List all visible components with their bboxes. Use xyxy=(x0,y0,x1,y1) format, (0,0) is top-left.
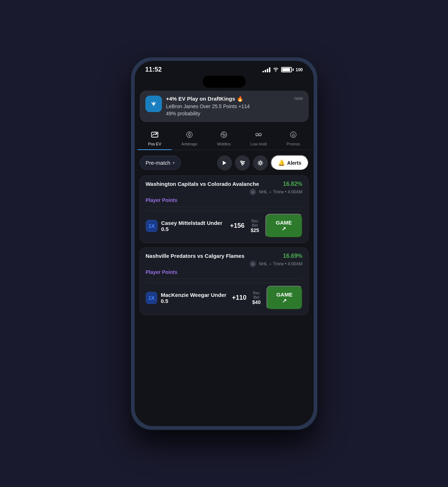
nav-tabs: Pos EV Arbitrage xyxy=(135,126,314,150)
bet-card-2-rec-bet: Rec Bet $40 xyxy=(250,291,263,305)
sportsbook-1x-icon-2: 1X xyxy=(146,292,158,304)
phone-wrapper: 11:52 xyxy=(131,57,317,430)
play-button[interactable] xyxy=(217,155,232,170)
arbitrage-icon xyxy=(186,131,193,140)
notification-banner[interactable]: +4% EV Play on DraftKings 🔥 LeBron James… xyxy=(140,91,309,122)
svg-point-18 xyxy=(242,164,243,165)
bet-card-1-header: Washington Capitals vs Colorado Avalanch… xyxy=(146,181,303,187)
battery-label: 100 xyxy=(295,67,303,72)
svg-marker-12 xyxy=(223,161,226,165)
rec-bet-amount-1: $25 xyxy=(248,227,262,233)
tab-promos-label: Promos xyxy=(286,142,300,146)
bet-card-2-header: Nashville Predators vs Calgary Flames 16… xyxy=(146,253,303,259)
bet-card-2-game: Nashville Predators vs Calgary Flames xyxy=(146,253,280,259)
svg-rect-10 xyxy=(259,134,261,135)
bet-card-1-time: Tmrw • 4:00AM xyxy=(273,189,302,194)
bet-card-2-category: Player Points xyxy=(146,269,303,275)
alerts-label: Alerts xyxy=(287,160,302,166)
game-btn-label-1: GAME ↗ xyxy=(273,220,295,232)
bet-card-1-rec-bet: Rec Bet $25 xyxy=(248,219,262,233)
pos-ev-icon xyxy=(151,131,159,140)
bet-card-1-game: Washington Capitals vs Colorado Avalanch… xyxy=(146,181,280,187)
signal-bars-icon xyxy=(262,67,270,72)
pre-match-button[interactable]: Pre-match ▾ xyxy=(140,156,181,170)
nhl-shield-icon-2: ⊖ xyxy=(250,261,256,267)
main-content: Pre-match ▾ xyxy=(135,150,314,415)
tab-promos[interactable]: Promos xyxy=(276,129,311,150)
bet-card-1-ev: 16.82% xyxy=(283,181,302,187)
svg-point-19 xyxy=(259,162,261,164)
bet-card-1-league: NHL xyxy=(259,189,268,194)
bet-card-1-odds: +156 xyxy=(230,222,245,230)
battery-icon: 100 xyxy=(281,67,303,72)
phone-screen: 11:52 xyxy=(135,61,314,426)
bet-card-2-time: Tmrw • 4:00AM xyxy=(273,261,302,266)
tab-pos-ev-label: Pos EV xyxy=(148,142,162,146)
rec-bet-label-2: Rec Bet xyxy=(250,291,263,299)
bet-card-2-meta: ⊖ NHL Tmrw • 4:00AM xyxy=(146,261,303,267)
svg-point-11 xyxy=(290,132,296,138)
promos-icon xyxy=(289,131,297,140)
bet-card-2-bottom: 1X MacKenzie Weegar Under 0.5 +110 Rec B… xyxy=(146,283,303,310)
filter-button[interactable] xyxy=(235,155,250,170)
notification-body: LeBron James Over 25.5 Points +114 49% p… xyxy=(166,103,303,117)
wifi-icon xyxy=(273,67,279,73)
bet-card-2-ev: 16.69% xyxy=(283,253,302,259)
notification-time: now xyxy=(294,96,303,101)
status-bar: 11:52 xyxy=(135,61,314,76)
tab-middles-label: Middles xyxy=(217,142,231,146)
bet-card-1-bottom: 1X Casey Mittelstadt Under 0.5 +156 Rec … xyxy=(146,211,303,238)
bet-card-1[interactable]: Washington Capitals vs Colorado Avalanch… xyxy=(140,175,309,243)
app-icon xyxy=(145,96,162,112)
game-button-2[interactable]: GAME ↗ xyxy=(266,286,303,310)
bet-card-1-bet-name: Casey Mittelstadt Under 0.5 xyxy=(161,220,230,232)
phone-frame: 11:52 xyxy=(131,57,317,430)
toolbar: Pre-match ▾ xyxy=(140,155,309,170)
status-time: 11:52 xyxy=(145,66,162,73)
svg-point-2 xyxy=(188,134,191,136)
bet-card-2[interactable]: Nashville Predators vs Calgary Flames 16… xyxy=(140,247,309,315)
bell-icon: 🔔 xyxy=(278,159,285,166)
pre-match-label: Pre-match xyxy=(146,160,170,166)
alerts-button[interactable]: 🔔 Alerts xyxy=(271,155,309,170)
rec-bet-label-1: Rec Bet xyxy=(248,219,262,227)
game-button-1[interactable]: GAME ↗ xyxy=(265,214,303,238)
notification-title: +4% EV Play on DraftKings 🔥 xyxy=(166,96,303,102)
tab-middles[interactable]: Middles xyxy=(207,129,241,150)
bet-card-2-odds: +110 xyxy=(232,294,247,302)
bet-card-2-bet-name: MacKenzie Weegar Under 0.5 xyxy=(161,292,232,304)
notification-content: +4% EV Play on DraftKings 🔥 LeBron James… xyxy=(166,96,303,117)
middles-icon xyxy=(220,131,228,140)
svg-rect-9 xyxy=(256,134,258,135)
chevron-down-icon: ▾ xyxy=(173,160,175,165)
low-hold-icon xyxy=(255,131,262,140)
sportsbook-1x-icon: 1X xyxy=(146,220,158,232)
status-icons: 100 xyxy=(262,67,303,73)
dynamic-island xyxy=(203,76,246,88)
bet-card-1-category: Player Points xyxy=(146,197,303,203)
game-btn-label-2: GAME ↗ xyxy=(274,291,295,304)
tab-low-hold-label: Low Hold xyxy=(250,142,267,146)
svg-point-16 xyxy=(241,161,242,162)
svg-point-17 xyxy=(243,162,244,164)
settings-button[interactable] xyxy=(253,155,268,170)
bet-card-1-meta: ⊖ NHL Tmrw • 4:00AM xyxy=(146,189,303,195)
nhl-shield-icon: ⊖ xyxy=(250,189,256,195)
tab-arbitrage[interactable]: Arbitrage xyxy=(172,129,207,150)
tab-arbitrage-label: Arbitrage xyxy=(181,142,197,146)
tab-low-hold[interactable]: Low Hold xyxy=(241,129,276,150)
rec-bet-amount-2: $40 xyxy=(250,299,263,305)
tab-pos-ev[interactable]: Pos EV xyxy=(138,129,172,150)
bet-card-2-league: NHL xyxy=(259,261,268,266)
